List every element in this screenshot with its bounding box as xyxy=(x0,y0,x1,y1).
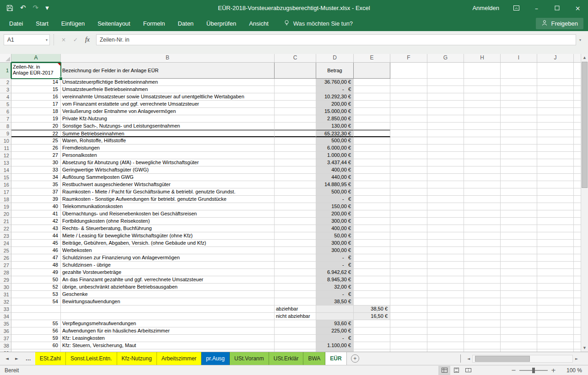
cell[interactable] xyxy=(354,159,390,166)
cell[interactable] xyxy=(537,93,574,101)
cell[interactable] xyxy=(501,305,537,313)
cell[interactable]: 50,00 € xyxy=(316,232,354,240)
row-header[interactable]: 8 xyxy=(0,123,11,130)
cell[interactable] xyxy=(427,305,464,313)
cell[interactable] xyxy=(275,225,316,232)
cell[interactable] xyxy=(537,327,574,335)
cell[interactable] xyxy=(464,188,501,196)
cell[interactable]: gezahlte Vorsteuerbeträge xyxy=(61,269,275,276)
cell[interactable]: 20 xyxy=(11,123,61,130)
cell[interactable] xyxy=(537,247,574,254)
cell[interactable] xyxy=(464,342,501,349)
cell[interactable]: Werbekosten xyxy=(61,247,275,254)
cell[interactable]: Schuldzinsen zur Finanzierung von Anlage… xyxy=(61,254,275,262)
row-header[interactable]: 24 xyxy=(0,240,11,247)
cell[interactable] xyxy=(390,291,427,298)
cell[interactable]: 37 xyxy=(11,188,61,196)
cell[interactable] xyxy=(354,130,390,137)
cell[interactable] xyxy=(390,159,427,166)
cell[interactable]: 400,00 € xyxy=(316,166,354,174)
share-button[interactable]: Freigeben xyxy=(536,18,583,29)
column-header[interactable]: B xyxy=(61,54,275,63)
scroll-up-icon[interactable]: ▲ xyxy=(581,54,588,61)
cell[interactable] xyxy=(275,262,316,269)
cell[interactable]: 53 xyxy=(11,291,61,298)
cell[interactable] xyxy=(275,79,316,86)
cell[interactable] xyxy=(464,174,501,181)
row-header[interactable]: 32 xyxy=(0,298,11,305)
sheet-tab[interactable]: EÜR xyxy=(325,352,346,365)
ribbon-tab[interactable]: Seitenlayout xyxy=(91,16,137,31)
cell[interactable] xyxy=(464,63,501,79)
cell[interactable] xyxy=(464,145,501,152)
cell[interactable] xyxy=(537,335,574,342)
cell[interactable]: Umsatzsteuerpflichtige Betriebseinnahmen xyxy=(61,79,275,86)
cell[interactable] xyxy=(354,225,390,232)
cell[interactable] xyxy=(464,93,501,101)
cell[interactable] xyxy=(501,327,537,335)
row-header[interactable]: 13 xyxy=(0,159,11,166)
cell[interactable] xyxy=(275,137,316,145)
cell[interactable]: Summe Betriebseinnahmen xyxy=(61,130,275,137)
cell[interactable] xyxy=(275,101,316,108)
cell[interactable]: Beiträge, Gebühren, Abgaben, Versich. (o… xyxy=(61,240,275,247)
cell[interactable] xyxy=(464,240,501,247)
cell[interactable] xyxy=(464,137,501,145)
tell-me-box[interactable]: Was möchten Sie tun? xyxy=(283,20,353,28)
row-header[interactable]: 17 xyxy=(0,188,11,196)
cell[interactable]: Kfz: Leasingkosten xyxy=(61,335,275,342)
cell[interactable]: 300,00 € xyxy=(316,218,354,225)
cell[interactable] xyxy=(390,313,427,320)
cell[interactable]: 3.437,44 € xyxy=(316,159,354,166)
cell[interactable]: 18 xyxy=(11,108,61,115)
cell[interactable] xyxy=(537,137,574,145)
cell[interactable] xyxy=(501,203,537,210)
cell[interactable] xyxy=(501,152,537,159)
column-header[interactable]: H xyxy=(464,54,501,63)
cell[interactable] xyxy=(390,203,427,210)
cell[interactable]: 19 xyxy=(11,115,61,123)
cell[interactable] xyxy=(275,218,316,225)
cell[interactable]: 10.292,30 € xyxy=(316,93,354,101)
cell[interactable] xyxy=(11,305,61,313)
cell[interactable]: 15.000,00 € xyxy=(316,108,354,115)
cell[interactable]: - € xyxy=(316,335,354,342)
cell[interactable]: 41 xyxy=(11,210,61,218)
cell[interactable] xyxy=(275,320,316,327)
cell[interactable] xyxy=(390,93,427,101)
cell[interactable]: Raumkosten - Miete / Pacht für Geschäfts… xyxy=(61,188,275,196)
zoom-slider[interactable] xyxy=(519,370,548,371)
enter-icon[interactable]: ✓ xyxy=(70,37,81,43)
cell[interactable] xyxy=(464,298,501,305)
cell[interactable] xyxy=(501,137,537,145)
cell[interactable] xyxy=(427,101,464,108)
zoom-out-icon[interactable]: − xyxy=(508,367,519,374)
cell[interactable]: Absetzung für Abnutzung (AfA) - beweglic… xyxy=(61,159,275,166)
cell[interactable] xyxy=(427,254,464,262)
cell[interactable] xyxy=(501,335,537,342)
cell[interactable] xyxy=(390,210,427,218)
cell[interactable] xyxy=(354,210,390,218)
cell[interactable] xyxy=(354,284,390,291)
cell[interactable]: 225,00 € xyxy=(316,327,354,335)
ribbon-tab[interactable]: Ansicht xyxy=(243,16,275,31)
cell[interactable] xyxy=(390,196,427,203)
cell[interactable] xyxy=(275,342,316,349)
cell[interactable] xyxy=(354,342,390,349)
fill-handle[interactable] xyxy=(59,77,63,80)
cell[interactable] xyxy=(464,276,501,284)
cell[interactable] xyxy=(537,108,574,115)
cell[interactable] xyxy=(390,188,427,196)
cell[interactable] xyxy=(427,181,464,188)
cell[interactable] xyxy=(427,123,464,130)
cell[interactable] xyxy=(501,166,537,174)
cell[interactable] xyxy=(354,291,390,298)
cell[interactable]: 500,00 € xyxy=(316,188,354,196)
cell[interactable]: 56 xyxy=(11,327,61,335)
row-header[interactable]: 31 xyxy=(0,291,11,298)
cell[interactable] xyxy=(390,108,427,115)
cell[interactable] xyxy=(427,247,464,254)
cell[interactable] xyxy=(501,291,537,298)
cell[interactable]: 200,00 € xyxy=(316,210,354,218)
cell[interactable]: 17 xyxy=(11,101,61,108)
